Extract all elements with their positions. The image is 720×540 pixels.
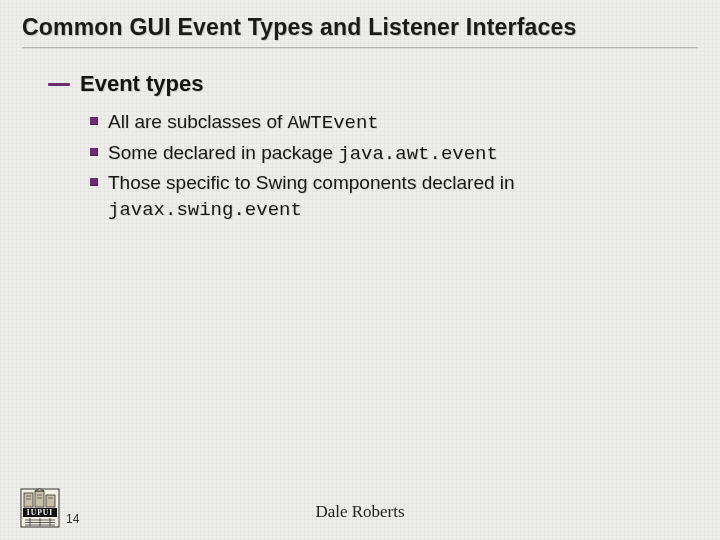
bullet-list: All are subclasses of AWTEvent Some decl… bbox=[48, 109, 698, 224]
list-item: Those specific to Swing components decla… bbox=[90, 170, 698, 223]
dash-bullet-icon bbox=[48, 83, 70, 86]
bullet-prefix: All are subclasses of bbox=[108, 111, 288, 132]
section: Event types All are subclasses of AWTEve… bbox=[22, 71, 698, 224]
author-name: Dale Roberts bbox=[0, 502, 720, 522]
bullet-code: javax.swing.event bbox=[108, 199, 302, 221]
slide-title: Common GUI Event Types and Listener Inte… bbox=[22, 14, 698, 41]
footer: IUPUI 14 Dale Roberts bbox=[0, 480, 720, 532]
section-heading: Event types bbox=[80, 71, 204, 97]
bullet-code: AWTEvent bbox=[288, 112, 379, 134]
bullet-text: Those specific to Swing components decla… bbox=[108, 170, 698, 223]
square-bullet-icon bbox=[90, 117, 98, 125]
bullet-prefix: Those specific to Swing components decla… bbox=[108, 172, 515, 193]
square-bullet-icon bbox=[90, 148, 98, 156]
title-rule bbox=[22, 47, 698, 49]
list-item: All are subclasses of AWTEvent bbox=[90, 109, 698, 137]
square-bullet-icon bbox=[90, 178, 98, 186]
list-item: Some declared in package java.awt.event bbox=[90, 140, 698, 168]
bullet-code: java.awt.event bbox=[338, 143, 498, 165]
bullet-text: All are subclasses of AWTEvent bbox=[108, 109, 698, 137]
section-header: Event types bbox=[48, 71, 698, 97]
bullet-text: Some declared in package java.awt.event bbox=[108, 140, 698, 168]
bullet-prefix: Some declared in package bbox=[108, 142, 338, 163]
slide: Common GUI Event Types and Listener Inte… bbox=[0, 0, 720, 540]
